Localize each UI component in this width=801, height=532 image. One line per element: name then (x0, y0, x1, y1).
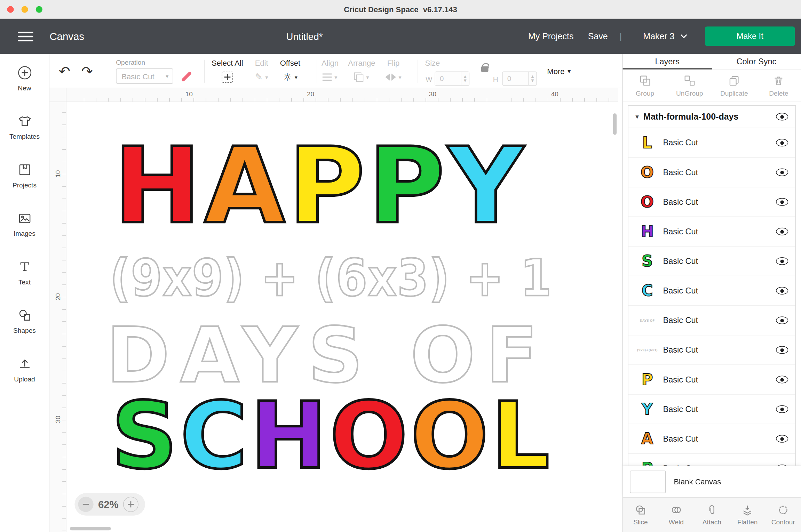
ruler-mark: 20 (307, 90, 314, 98)
canvas-letter[interactable]: P (288, 125, 368, 247)
window-title: Cricut Design Space v6.17.143 (0, 0, 801, 19)
flip-button[interactable]: Flip ▾ (385, 54, 401, 88)
horizontal-scrollbar[interactable] (70, 527, 111, 530)
layer-label: Basic Cut (663, 138, 776, 147)
zoom-out-button[interactable] (78, 497, 94, 512)
ruler-mark: 10 (185, 90, 193, 98)
vertical-scrollbar[interactable] (613, 113, 617, 135)
weld-icon (670, 504, 682, 516)
layer-row[interactable]: A Basic Cut (628, 424, 795, 454)
canvas-letter[interactable]: H (113, 125, 204, 247)
sidebar-item-projects[interactable]: Projects (0, 151, 49, 200)
layer-row[interactable]: L Basic Cut (628, 128, 795, 158)
select-all-button[interactable]: Select All (212, 54, 243, 88)
layer-row[interactable]: (9x9)+(6x3) Basic Cut (628, 336, 795, 365)
eye-icon[interactable] (776, 257, 788, 265)
machine-selector[interactable]: Maker 3 (643, 19, 686, 54)
canvas-letter[interactable]: S (111, 382, 180, 489)
align-button[interactable]: Align ▾ (322, 54, 339, 88)
layer-thumbnail: O (636, 194, 658, 210)
canvas-letter[interactable]: P (368, 125, 448, 247)
weld-button[interactable]: Weld (658, 498, 694, 532)
canvas-letter[interactable]: A (204, 125, 288, 247)
layer-row[interactable]: P Basic Cut (628, 365, 795, 395)
slice-button[interactable]: Slice (623, 498, 658, 532)
tab-color-sync[interactable]: Color Sync (712, 54, 801, 69)
eye-icon[interactable] (776, 228, 788, 235)
canvas-letter[interactable]: O (330, 382, 411, 489)
arrange-button[interactable]: Arrange ▾ (348, 54, 375, 88)
group-button[interactable]: Group (623, 70, 667, 102)
delete-button[interactable]: Delete (756, 70, 801, 102)
flatten-button[interactable]: Flatten (730, 498, 765, 532)
collapse-chevron-icon[interactable]: ▾ (635, 113, 639, 120)
sidebar-item-upload[interactable]: Upload (0, 345, 49, 393)
stepper-down-icon[interactable]: ▼ (464, 79, 467, 83)
sidebar-item-images[interactable]: Images (0, 200, 49, 248)
width-input[interactable]: 0 ▲ ▼ (435, 72, 469, 86)
canvas-letter[interactable]: H (250, 382, 330, 489)
make-it-button[interactable]: Make It (705, 26, 795, 46)
linetype-color-swatch[interactable] (180, 70, 193, 83)
canvas-letter[interactable]: O (411, 382, 491, 489)
canvas-object-school[interactable]: SCHOOL (111, 390, 552, 482)
canvas-object-formula[interactable]: (9x9) + (6x3) + 1 (110, 253, 552, 304)
layer-row[interactable]: O Basic Cut (628, 158, 795, 187)
contour-button[interactable]: Contour (765, 498, 801, 532)
edit-toolbar: ↶ ↷ Operation Basic Cut ▾ Select All Edi… (49, 54, 622, 88)
sidebar-item-templates[interactable]: Templates (0, 103, 49, 151)
eye-icon[interactable] (776, 316, 788, 324)
layer-thumbnail: DAYS OF (636, 319, 658, 322)
eye-icon[interactable] (776, 287, 788, 295)
eye-icon[interactable] (776, 198, 788, 206)
eye-icon[interactable] (776, 346, 788, 354)
height-input[interactable]: 0 ▲ ▼ (502, 72, 537, 86)
sidebar-item-shapes[interactable]: Shapes (0, 297, 49, 345)
save-link[interactable]: Save (588, 19, 608, 54)
undo-icon[interactable]: ↶ (59, 54, 70, 88)
stepper-up-icon[interactable]: ▲ (531, 74, 534, 79)
layer-row[interactable]: O Basic Cut (628, 187, 795, 217)
eye-icon[interactable] (776, 435, 788, 443)
layer-row[interactable]: Y Basic Cut (628, 395, 795, 424)
layer-row[interactable]: H Basic Cut (628, 217, 795, 247)
edit-button[interactable]: Edit ✎ ▾ (255, 54, 268, 88)
ungroup-button[interactable]: UnGroup (667, 70, 712, 102)
canvas-letter[interactable]: C (180, 382, 250, 489)
layer-row[interactable]: DAYS OF Basic Cut (628, 306, 795, 335)
my-projects-link[interactable]: My Projects (528, 19, 573, 54)
canvas-object-happy[interactable]: HAPPY (113, 134, 527, 239)
layer-group-header[interactable]: ▾ Math-formula-100-days (628, 106, 795, 128)
eye-icon[interactable] (776, 376, 788, 384)
layer-row[interactable]: S Basic Cut (628, 247, 795, 276)
duplicate-button[interactable]: Duplicate (712, 70, 756, 102)
stepper-down-icon[interactable]: ▼ (531, 79, 534, 83)
more-button[interactable]: More ▾ (547, 54, 571, 88)
redo-icon[interactable]: ↷ (81, 54, 93, 88)
eye-icon[interactable] (776, 139, 788, 146)
blank-canvas-row[interactable]: Blank Canvas (623, 466, 801, 497)
width-stepper[interactable]: ▲ ▼ (461, 72, 469, 85)
zoom-in-button[interactable] (123, 497, 138, 512)
eye-icon[interactable] (776, 405, 788, 413)
tab-layers[interactable]: Layers (623, 54, 712, 69)
canvas-letter[interactable]: Y (448, 125, 527, 247)
layer-thumbnail: P (636, 372, 658, 387)
height-stepper[interactable]: ▲ ▼ (528, 72, 536, 85)
sidebar-item-text[interactable]: Text (0, 248, 49, 296)
stepper-up-icon[interactable]: ▲ (464, 74, 467, 79)
eye-icon[interactable] (776, 168, 788, 176)
design-canvas[interactable]: HAPPY (9x9) + (6x3) + 1 DAYS OF SCHOOL 6… (66, 102, 618, 532)
layer-row[interactable]: P Basic Cut (628, 454, 795, 466)
offset-button[interactable]: Offset ☼ ▾ (280, 54, 300, 88)
operation-dropdown[interactable]: Basic Cut ▾ (116, 68, 173, 84)
attach-button[interactable]: Attach (694, 498, 730, 532)
layer-row[interactable]: C Basic Cut (628, 276, 795, 306)
canvas-color-swatch[interactable] (630, 470, 666, 493)
eye-icon[interactable] (776, 113, 788, 120)
toolbar-separator (204, 60, 205, 83)
canvas-letter[interactable]: L (491, 382, 553, 489)
lock-aspect-icon[interactable] (481, 66, 489, 72)
menu-icon[interactable] (18, 32, 33, 41)
sidebar-item-new[interactable]: New (0, 54, 49, 103)
